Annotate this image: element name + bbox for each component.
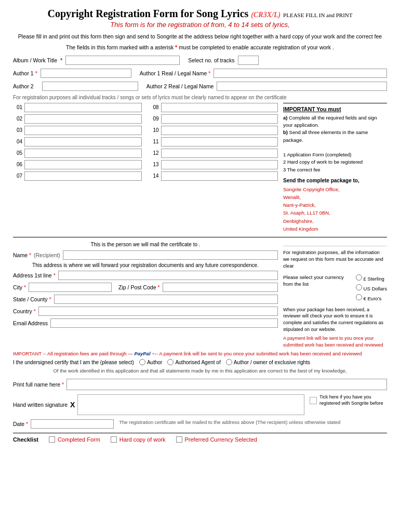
date-field: Date *	[13, 419, 114, 429]
page-container: Copyright Registration Form for Song Lyr…	[13, 8, 387, 443]
track-col-left: 01020304050607	[13, 103, 142, 183]
author2-real-input[interactable]	[217, 82, 387, 91]
address1-input[interactable]	[58, 271, 278, 280]
author2-label: Author 2	[13, 83, 34, 89]
track-num: 09	[150, 116, 159, 122]
track-input-01[interactable]	[24, 103, 142, 112]
author2-input[interactable]	[42, 82, 138, 91]
author2-real-label: Author 2 Real / Legal Name	[146, 83, 214, 89]
date-row: Date * The registration certificate will…	[13, 419, 387, 429]
name-input[interactable]	[63, 250, 278, 260]
currency-radio-1[interactable]	[356, 284, 362, 290]
checklist-completed: Completed Form	[49, 436, 100, 443]
track-input-03[interactable]	[24, 126, 142, 135]
print-row: Print full name here *	[13, 379, 387, 390]
recipient-note: (Recipient)	[34, 252, 60, 258]
track-row: 07	[13, 171, 142, 181]
author1-label: Author 1 *	[13, 70, 37, 76]
currency-option-1[interactable]: US Dollars	[356, 284, 387, 294]
certify-agent[interactable]: Authorised Agent of	[167, 359, 220, 365]
certify-author-radio[interactable]	[139, 359, 145, 365]
track-input-09[interactable]	[161, 114, 278, 124]
date-input[interactable]	[31, 419, 114, 429]
signature-section: Print full name here * Hand written sign…	[13, 379, 387, 429]
sig-box[interactable]	[77, 394, 304, 415]
track-row: 02	[13, 114, 142, 124]
certify-owner-radio[interactable]	[226, 359, 232, 365]
important-title: IMPORTANT You must	[283, 106, 387, 112]
country-label: Country *	[13, 308, 36, 314]
city-input[interactable]	[29, 283, 112, 292]
currency-option-2[interactable]: € Euro's	[356, 294, 387, 303]
track-input-11[interactable]	[161, 137, 278, 147]
certify-text: I the undersigned certify that I am the …	[13, 360, 134, 365]
tracks-label: Select no. of tracks	[188, 57, 234, 63]
country-input[interactable]	[38, 307, 278, 316]
email-label: Email Address	[13, 320, 48, 326]
track-input-04[interactable]	[24, 137, 142, 147]
city-row: City * Zip / Post Code *	[13, 283, 278, 292]
recipient-currency-layout: This is the person we will mail the cert…	[13, 242, 387, 348]
author1-input[interactable]	[41, 69, 131, 78]
author1-real-input[interactable]	[214, 69, 387, 78]
important-box: IMPORTANT You must a) Complete all the r…	[283, 103, 387, 233]
track-input-07[interactable]	[24, 171, 142, 181]
tick-section: Tick here if you have you registered wit…	[310, 394, 387, 406]
album-label: Album / Work Title	[13, 57, 57, 63]
address1-row: Address 1st line *	[13, 271, 278, 280]
intro-text: Please fill in and print out this form t…	[13, 33, 387, 41]
important-section: IMPORTANT You must a) Complete all the r…	[283, 103, 387, 233]
track-row: 12	[150, 149, 278, 158]
currency-section: Please select your currency from the lis…	[283, 274, 387, 303]
track-num: 07	[13, 173, 22, 179]
certify-owner[interactable]: Author / owner of exclusive rights	[226, 359, 310, 365]
currency-option-0[interactable]: £ Sterling	[356, 274, 387, 284]
certify-author[interactable]: Author	[139, 359, 162, 365]
payment-note-right: A payment link will be sent to you once …	[283, 335, 387, 348]
track-input-13[interactable]	[161, 160, 278, 169]
certify-agent-radio[interactable]	[167, 359, 174, 365]
track-input-06[interactable]	[24, 160, 142, 169]
print-input[interactable]	[66, 379, 387, 390]
tick-checkbox[interactable]	[310, 397, 317, 404]
track-col-right: 08091011121314	[150, 103, 278, 183]
x-mark: X	[70, 401, 75, 409]
asterisk-note: The fields in this form marked with a as…	[13, 44, 387, 50]
currency-radio-0[interactable]	[356, 274, 362, 281]
address: Songrite Copyright Office,Wenalit,Nant-y…	[283, 185, 387, 233]
track-input-05[interactable]	[24, 149, 142, 158]
track-num: 04	[13, 139, 22, 144]
tracks-input[interactable]	[238, 56, 259, 65]
state-row: State / County *	[13, 295, 278, 304]
sig-box-area: Hand written signature X	[13, 394, 304, 415]
track-num: 11	[150, 139, 159, 144]
currency-checkbox[interactable]	[176, 436, 182, 443]
track-row: 08	[150, 103, 278, 112]
track-row: 10	[150, 126, 278, 135]
form-title: Copyright Registration Form for Song Lyr…	[13, 8, 387, 20]
track-num: 13	[150, 162, 159, 167]
album-input[interactable]	[65, 56, 180, 65]
zip-input[interactable]	[163, 283, 278, 292]
track-input-02[interactable]	[24, 114, 142, 124]
track-row: 09	[150, 114, 278, 124]
track-num: 12	[150, 150, 159, 156]
divider1	[13, 237, 387, 237]
hardcopy-checkbox[interactable]	[111, 436, 117, 443]
track-input-12[interactable]	[161, 149, 278, 158]
track-input-14[interactable]	[161, 171, 278, 181]
track-input-10[interactable]	[161, 126, 278, 135]
state-input[interactable]	[54, 295, 278, 304]
name-label: Name *	[13, 252, 31, 258]
author1-row: Author 1 * Author 1 Real / Legal Name *	[13, 69, 387, 78]
review-note: When your package has been received, a r…	[283, 307, 387, 332]
completed-checkbox[interactable]	[49, 436, 55, 443]
fill-note: PLEASE FILL IN and PRINT	[283, 12, 352, 18]
zip-label: Zip / Post Code *	[118, 284, 159, 290]
track-input-08[interactable]	[161, 103, 278, 112]
email-input[interactable]	[50, 318, 278, 328]
address-note: This address is where we will forward yo…	[13, 262, 278, 268]
currency-radio-2[interactable]	[356, 294, 362, 300]
currency-label-checklist: Preferred Currency Selected	[185, 436, 257, 443]
album-row: Album / Work Title * Select no. of track…	[13, 56, 387, 65]
